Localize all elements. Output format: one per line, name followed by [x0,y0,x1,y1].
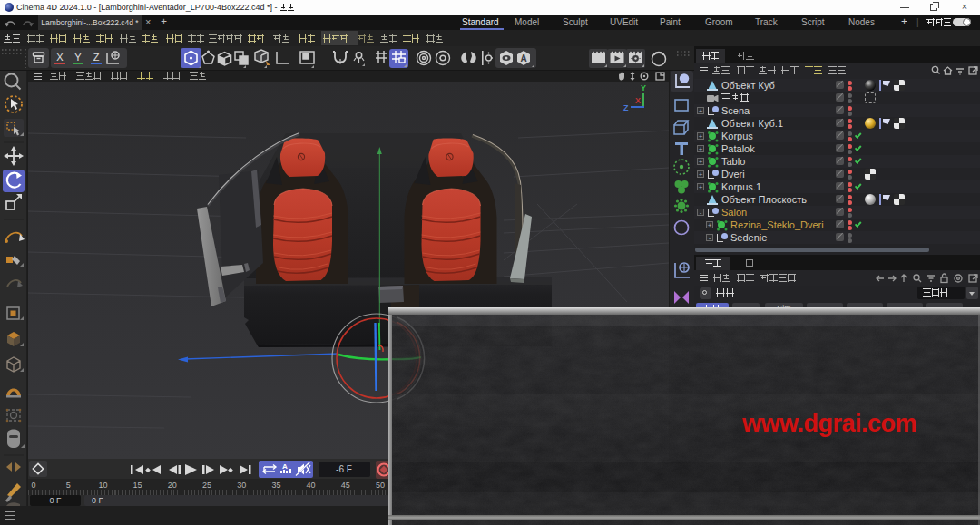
svg-text:X: X [635,96,641,105]
svg-text:Y: Y [641,83,646,92]
svg-text:Z: Z [93,52,100,63]
svg-text:-6 F: -6 F [336,464,352,474]
svg-text:Y: Y [74,52,82,63]
svg-text:A: A [282,462,288,471]
svg-text:X: X [56,52,64,63]
svg-text:A: A [520,53,526,63]
svg-text:Z: Z [623,103,629,112]
